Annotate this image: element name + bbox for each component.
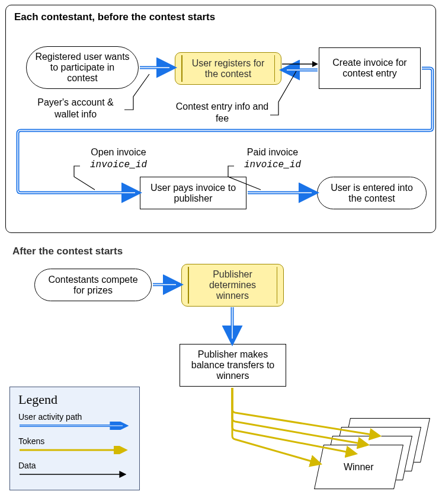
node-publisher-determines: Publisher determines winners — [181, 264, 284, 307]
legend-tokens: Tokens — [18, 436, 131, 456]
node-user-pays: User pays invoice to publisher — [140, 177, 246, 209]
legend-user-activity: User activity path — [18, 412, 131, 432]
node-registered-user-label: Registered user wants to participate in … — [34, 52, 131, 84]
node-balance-transfers: Publisher makes balance transfers to win… — [180, 344, 286, 387]
note-paid-invoice-l1: Paid invoice — [247, 147, 298, 157]
node-user-registers: User registers for the contest — [175, 52, 281, 85]
note-payer-account: Payer's account & wallet info — [27, 97, 124, 120]
node-user-entered: User is entered into the contest — [317, 177, 427, 209]
node-registered-user: Registered user wants to participate in … — [26, 46, 139, 89]
section-title-after: After the contest starts — [12, 245, 123, 257]
node-user-entered-label: User is entered into the contest — [325, 183, 419, 204]
legend-tokens-label: Tokens — [18, 436, 44, 446]
winner-card-1: Winner — [314, 445, 403, 489]
node-contestants-compete-label: Contestants compete for prizes — [42, 275, 144, 296]
winner-card-label: Winner — [344, 462, 374, 473]
node-create-invoice-label: Create invoice for contest entry — [325, 58, 414, 79]
note-paid-invoice-l2: invoice_id — [244, 160, 301, 170]
node-publisher-determines-label: Publisher determines winners — [194, 269, 271, 301]
node-create-invoice: Create invoice for contest entry — [319, 47, 421, 89]
node-contestants-compete: Contestants compete for prizes — [34, 269, 152, 301]
legend-data: Data — [18, 461, 131, 480]
legend-box: Legend User activity path Tokens Data — [9, 387, 140, 490]
legend-data-label: Data — [18, 461, 36, 470]
section-title-before: Each contestant, before the contest star… — [14, 11, 215, 23]
note-paid-invoice: Paid invoice invoice_id — [234, 146, 311, 171]
legend-user-activity-label: User activity path — [18, 412, 82, 422]
node-user-registers-label: User registers for the contest — [187, 58, 269, 79]
note-contest-entry: Contest entry info and fee — [172, 101, 273, 125]
node-user-pays-label: User pays invoice to publisher — [146, 183, 240, 204]
node-balance-transfers-label: Publisher makes balance transfers to win… — [186, 349, 280, 381]
legend-title: Legend — [18, 392, 131, 407]
note-open-invoice: Open invoice invoice_id — [80, 146, 157, 171]
note-open-invoice-l2: invoice_id — [90, 160, 147, 170]
note-open-invoice-l1: Open invoice — [91, 147, 146, 157]
